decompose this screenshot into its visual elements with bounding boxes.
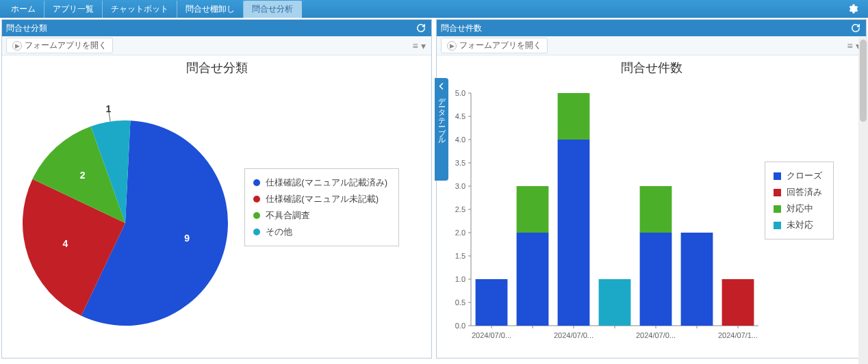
- refresh-icon[interactable]: [415, 22, 427, 34]
- svg-rect-39: [599, 279, 631, 326]
- legend-label: 回答済み: [787, 186, 822, 198]
- legend-label: クローズ: [787, 170, 822, 182]
- svg-rect-42: [640, 186, 672, 233]
- legend-label: 未対応: [787, 219, 813, 231]
- svg-rect-41: [640, 233, 672, 326]
- legend-label: その他: [266, 226, 292, 238]
- chevron-right-icon: ▶: [447, 41, 457, 51]
- legend-item[interactable]: 仕様確認(マニュアル未記載): [253, 191, 387, 207]
- tab-chatbot[interactable]: チャットボット: [103, 1, 177, 18]
- legend-item[interactable]: 未対応: [774, 217, 822, 233]
- svg-rect-33: [517, 186, 549, 233]
- svg-rect-36: [558, 93, 590, 140]
- panel-header: 問合せ分類: [2, 20, 431, 36]
- chevron-right-icon: ▶: [12, 41, 22, 51]
- tab-inquiry-review[interactable]: 問合せ棚卸し: [177, 1, 244, 18]
- legend-item[interactable]: 対応中: [774, 200, 822, 217]
- svg-rect-29: [476, 279, 508, 326]
- app-window: ホーム アプリ一覧 チャットボット 問合せ棚卸し 問合せ分析 問合せ分類 ▶ フ…: [0, 0, 868, 364]
- svg-text:1.5: 1.5: [455, 252, 465, 260]
- svg-text:4.5: 4.5: [455, 112, 465, 120]
- chart-title: 問合せ分類: [2, 55, 431, 76]
- panel-toolbar: ▶ フォームアプリを開く ≡ ▾: [437, 36, 866, 55]
- swatch-icon: [774, 189, 781, 196]
- dashboard-body: 問合せ分類 ▶ フォームアプリを開く ≡ ▾ 問合せ分類 9421 仕様確認(マ…: [0, 18, 868, 364]
- svg-text:2024/07/0...: 2024/07/0...: [636, 331, 676, 339]
- svg-text:2: 2: [80, 170, 86, 181]
- ribbon-label: データテーブル: [437, 93, 447, 142]
- svg-text:2024/07/1...: 2024/07/1...: [718, 331, 758, 339]
- open-form-label: フォームアプリを開く: [25, 40, 107, 51]
- tabbar: ホーム アプリ一覧 チャットボット 問合せ棚卸し 問合せ分析: [0, 0, 868, 18]
- legend-item[interactable]: 不具合調査: [253, 207, 387, 224]
- svg-text:9: 9: [184, 233, 190, 244]
- svg-rect-35: [558, 140, 590, 326]
- svg-text:0.0: 0.0: [455, 322, 465, 330]
- open-form-app-button[interactable]: ▶ フォームアプリを開く: [441, 38, 548, 53]
- chevron-left-icon: [437, 82, 446, 90]
- svg-text:0.5: 0.5: [455, 298, 465, 307]
- panel-inquiry-category: 問合せ分類 ▶ フォームアプリを開く ≡ ▾ 問合せ分類 9421 仕様確認(マ…: [1, 19, 432, 359]
- svg-rect-47: [722, 279, 754, 326]
- scrollbar-thumb[interactable]: [860, 40, 867, 122]
- open-form-app-button[interactable]: ▶ フォームアプリを開く: [6, 38, 113, 53]
- vertical-scrollbar[interactable]: [858, 37, 868, 364]
- tab-inquiry-analysis[interactable]: 問合せ分析: [244, 1, 302, 18]
- data-table-toggle[interactable]: データテーブル: [435, 78, 448, 181]
- panel-title: 問合せ分類: [6, 23, 47, 34]
- svg-text:1.0: 1.0: [455, 275, 465, 283]
- pie-chart-area: 問合せ分類 9421 仕様確認(マニュアル記載済み)仕様確認(マニュアル未記載)…: [2, 55, 431, 358]
- legend-item[interactable]: 回答済み: [774, 184, 822, 200]
- swatch-icon: [253, 196, 260, 203]
- legend-item[interactable]: その他: [253, 224, 387, 240]
- svg-text:5.0: 5.0: [455, 89, 465, 97]
- svg-rect-32: [517, 233, 549, 326]
- svg-text:4.0: 4.0: [455, 135, 465, 144]
- pie-legend: 仕様確認(マニュアル記載済み)仕様確認(マニュアル未記載)不具合調査その他: [244, 168, 399, 246]
- legend-label: 不具合調査: [266, 209, 310, 222]
- legend-label: 仕様確認(マニュアル未記載): [266, 193, 379, 205]
- svg-text:1: 1: [106, 103, 112, 114]
- legend-item[interactable]: クローズ: [774, 168, 822, 184]
- panel-title: 問合せ件数: [441, 23, 482, 34]
- gear-icon[interactable]: [845, 1, 861, 17]
- panel-toolbar: ▶ フォームアプリを開く ≡ ▾: [2, 36, 431, 55]
- refresh-icon[interactable]: [850, 22, 862, 34]
- swatch-icon: [774, 222, 781, 229]
- swatch-icon: [774, 172, 781, 180]
- panel-inquiry-count: 問合せ件数 ▶ フォームアプリを開く ≡ ▾ 問合せ件数 0.00.51.01.…: [436, 19, 867, 359]
- hamburger-menu-icon[interactable]: ≡ ▾: [411, 38, 427, 53]
- svg-text:2024/07/0...: 2024/07/0...: [554, 331, 593, 339]
- swatch-icon: [253, 229, 260, 235]
- bar-legend: クローズ回答済み対応中未対応: [765, 161, 834, 239]
- open-form-label: フォームアプリを開く: [459, 40, 541, 51]
- legend-label: 対応中: [787, 203, 813, 215]
- svg-text:4: 4: [63, 238, 68, 249]
- svg-text:2.0: 2.0: [455, 229, 465, 237]
- panel-header: 問合せ件数: [437, 20, 866, 36]
- svg-text:2024/07/0...: 2024/07/0...: [472, 331, 511, 339]
- svg-text:3.5: 3.5: [455, 159, 465, 167]
- legend-item[interactable]: 仕様確認(マニュアル記載済み): [253, 174, 387, 191]
- swatch-icon: [253, 179, 260, 186]
- swatch-icon: [253, 212, 260, 219]
- bar-chart-area: 問合せ件数 0.00.51.01.52.02.53.03.54.04.55.02…: [437, 55, 866, 358]
- chart-title: 問合せ件数: [437, 55, 866, 76]
- swatch-icon: [774, 205, 781, 213]
- tab-app-list[interactable]: アプリ一覧: [44, 1, 103, 18]
- svg-text:3.0: 3.0: [455, 182, 465, 190]
- legend-label: 仕様確認(マニュアル記載済み): [266, 177, 387, 189]
- svg-text:2.5: 2.5: [455, 205, 465, 213]
- tab-home[interactable]: ホーム: [3, 1, 44, 18]
- svg-rect-45: [681, 233, 713, 326]
